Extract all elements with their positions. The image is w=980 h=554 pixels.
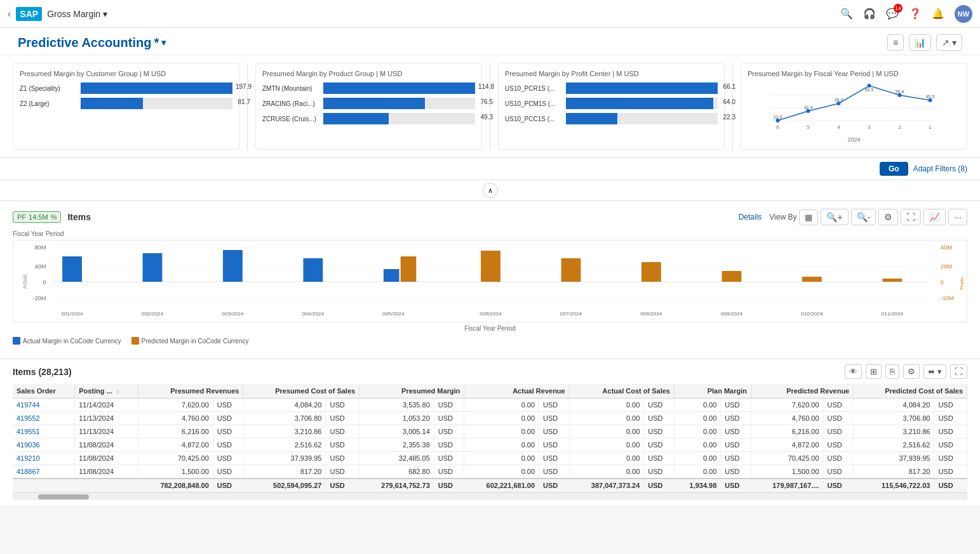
pres-rev: 7,620.00 — [138, 399, 213, 412]
go-button[interactable]: Go — [880, 162, 908, 176]
view-controls: Details View By ▦ 🔍+ 🔍- ⚙ ⛶ 📈 ··· — [739, 209, 967, 225]
col-act-cost[interactable]: Actual Cost of Sales — [569, 384, 674, 399]
bar-label: US10_PCM1S (... — [505, 100, 562, 107]
col-pres-cost[interactable]: Presumed Cost of Sales — [243, 384, 359, 399]
page-title: Predictive Accounting — [18, 36, 151, 50]
help-icon[interactable]: ❓ — [909, 8, 922, 20]
back-arrow[interactable]: ‹ — [8, 8, 11, 20]
bar-fill — [566, 82, 718, 94]
page-title-asterisk: * — [154, 36, 159, 50]
order-link[interactable]: 419744 — [13, 399, 75, 412]
order-link[interactable]: 418867 — [13, 465, 75, 479]
chart-view-button[interactable]: 📊 — [909, 34, 931, 51]
fullscreen-button[interactable]: ⛶ — [901, 209, 921, 225]
table-wrapper[interactable]: Sales Order Posting ... ↕ Presumed Reven… — [13, 384, 967, 492]
table-row: 418867 11/08/2024 1,500.00 USD 817.20 US… — [13, 465, 967, 479]
col-pred-cost[interactable]: Predicted Cost of Sales — [854, 384, 967, 399]
pred-rev: 6,216.00 — [751, 425, 823, 439]
bar-value: 49.3 — [481, 114, 493, 121]
col-pres-margin[interactable]: Presumed Margin — [359, 384, 464, 399]
bell-icon[interactable]: 🔔 — [932, 8, 944, 20]
pred-cost-cur: USD — [934, 439, 967, 452]
col-sales-order[interactable]: Sales Order — [13, 384, 75, 399]
chat-icon[interactable]: 💬 14 — [886, 8, 899, 20]
svg-text:32.3: 32.3 — [804, 105, 813, 110]
svg-text:011/2024: 011/2024 — [882, 311, 904, 317]
pres-rev: 1,500.00 — [138, 465, 213, 479]
total-pred-rev: 179,987,167.... — [751, 478, 823, 492]
col-pres-rev[interactable]: Presumed Revenues — [138, 384, 243, 399]
chart-divider — [490, 63, 490, 150]
settings-button[interactable]: ⚙ — [903, 364, 920, 379]
search-icon[interactable]: 🔍 — [840, 8, 853, 20]
list-view-button[interactable]: ≡ — [887, 34, 904, 51]
bar-row: US10_PCM1S (... 64.0 — [505, 98, 718, 109]
pres-cost-cur: USD — [326, 439, 359, 452]
order-link[interactable]: 419210 — [13, 452, 75, 465]
pred-cost-cur: USD — [934, 465, 967, 479]
col-pred-rev[interactable]: Predicted Revenue — [751, 384, 853, 399]
adapt-filters-link[interactable]: Adapt Filters (8) — [913, 164, 967, 173]
act-rev-cur: USD — [539, 425, 570, 439]
pred-cost: 37,939.95 — [854, 452, 934, 465]
chevron-down-icon[interactable]: ▾ — [161, 37, 166, 48]
customer-group-title: Presumed Margin by Customer Group | M US… — [20, 70, 232, 77]
fullscreen-table-button[interactable]: ⛶ — [950, 364, 967, 379]
act-cost-cur: USD — [644, 452, 675, 465]
grid-view-button[interactable]: ▦ — [799, 209, 818, 225]
more-button[interactable]: ··· — [948, 209, 967, 225]
pres-margin-cur: USD — [434, 452, 464, 465]
order-link[interactable]: 419551 — [13, 425, 75, 439]
breadcrumb[interactable]: Gross Margin ▾ — [47, 9, 107, 19]
page-header: Predictive Accounting * ▾ ≡ 📊 ↗ ▾ — [0, 28, 980, 55]
total-plan-margin: 1,934.98 — [674, 478, 720, 492]
bar-row: ZRACING (Raci...) 76.5 — [262, 98, 475, 109]
chart-divider — [247, 63, 248, 150]
table-row: 419551 11/13/2024 6,216.00 USD 3,210.86 … — [13, 425, 967, 439]
col-plan-margin[interactable]: Plan Margin — [674, 384, 751, 399]
expand-button[interactable]: ⬌ ▾ — [923, 364, 946, 379]
bar-wrap: 64.0 — [566, 98, 718, 109]
pres-cost-cur: USD — [326, 465, 359, 479]
settings-button[interactable]: ⚙ — [878, 209, 898, 225]
order-link[interactable]: 419552 — [13, 412, 75, 425]
pf-label: PF — [17, 213, 26, 221]
pres-margin-cur: USD — [434, 465, 464, 479]
svg-rect-34 — [143, 253, 163, 282]
copy-button[interactable]: ⎘ — [885, 364, 899, 379]
avatar[interactable]: NW — [955, 5, 972, 23]
pres-cost: 3,210.86 — [243, 425, 326, 439]
total-pres-rev-cur: USD — [213, 478, 243, 492]
pres-rev: 4,760.00 — [138, 412, 213, 425]
plan-margin: 0.00 — [674, 465, 720, 479]
x-axis-title: Fiscal Year Period — [13, 325, 967, 332]
svg-text:20M: 20M — [941, 263, 952, 270]
bar-value: 114.8 — [478, 83, 494, 90]
act-cost: 0.00 — [569, 399, 644, 412]
table-section: Items (28,213) 👁 ⊞ ⎘ ⚙ ⬌ ▾ ⛶ Sales Order… — [0, 359, 980, 505]
bar-wrap: 76.5 — [323, 98, 475, 109]
posting-date: 11/13/2024 — [75, 412, 138, 425]
scrollbar-thumb[interactable] — [38, 494, 89, 499]
svg-text:Predic...: Predic... — [960, 274, 965, 290]
zoom-out-button[interactable]: 🔍- — [851, 209, 876, 225]
bar-wrap: 49.3 — [323, 113, 475, 124]
export-button[interactable]: ↗ ▾ — [936, 34, 962, 51]
svg-text:001/2024: 001/2024 — [61, 311, 83, 317]
col-posting[interactable]: Posting ... ↕ — [75, 384, 138, 399]
act-cost: 0.00 — [569, 465, 644, 479]
headset-icon[interactable]: 🎧 — [863, 8, 876, 20]
items-title: Items — [67, 212, 91, 222]
zoom-in-button[interactable]: 🔍+ — [821, 209, 848, 225]
col-act-rev[interactable]: Actual Revenue — [464, 384, 569, 399]
go-section: Go Adapt Filters (8) — [0, 158, 980, 180]
bar-row: US10_PCC1S (... 22.3 — [505, 113, 718, 124]
chart-toggle-button[interactable]: 📈 — [923, 209, 946, 225]
bar-value: 81.7 — [238, 98, 250, 105]
order-link[interactable]: 419036 — [13, 439, 75, 452]
chevron-down-icon: ▾ — [103, 9, 107, 19]
view-eye-button[interactable]: 👁 — [845, 364, 862, 379]
collapse-button[interactable]: ∧ — [483, 183, 498, 198]
columns-button[interactable]: ⊞ — [866, 364, 882, 379]
horizontal-scrollbar[interactable] — [13, 492, 967, 500]
